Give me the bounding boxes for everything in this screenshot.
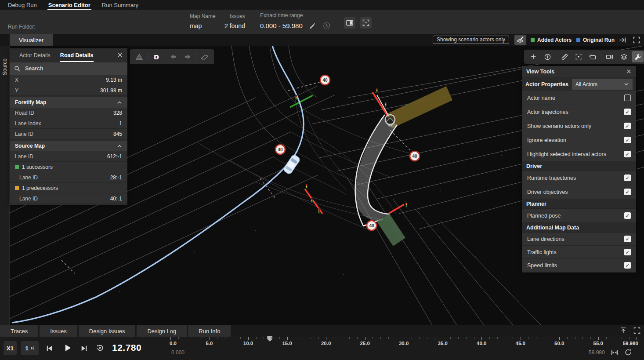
extract-time-range-label: Extract time range: [260, 12, 303, 18]
reset-range-icon[interactable]: [624, 348, 633, 357]
search-input[interactable]: [24, 65, 112, 72]
checkbox[interactable]: ✓: [624, 189, 631, 195]
tab-scenario-editor[interactable]: Scenario Editor: [48, 0, 90, 10]
successor-lane-id-row: Lane ID28:-1: [10, 172, 127, 183]
timeline-ruler[interactable]: 0.05.010.015.020.025.030.035.040.045.050…: [170, 337, 637, 348]
camera-reset-icon[interactable]: [587, 51, 598, 62]
checkbox[interactable]: ✓: [624, 212, 631, 219]
step-forward-icon: [30, 346, 35, 350]
option-actor-name[interactable]: Actor name: [522, 91, 636, 105]
skip-to-end-icon[interactable]: [80, 344, 88, 353]
checkbox[interactable]: ✓: [624, 137, 631, 143]
expand-up-icon[interactable]: [619, 327, 627, 335]
add-icon[interactable]: [528, 51, 539, 62]
header-bar: Run Folder: Map Name map Issues 2 found …: [0, 10, 644, 34]
skip-to-start-icon[interactable]: [45, 344, 54, 353]
option-actor-trajectories[interactable]: Actor trajectories✓: [522, 105, 636, 119]
coord-y-row: Y301.98 m: [10, 85, 127, 96]
added-actors-swatch: [531, 38, 535, 42]
add-target-icon[interactable]: [542, 51, 553, 62]
checkbox[interactable]: ✓: [624, 123, 631, 129]
triangle-icon[interactable]: [134, 51, 145, 62]
play-icon[interactable]: [63, 343, 72, 353]
layers-icon[interactable]: [618, 51, 630, 62]
road-id-row: Road ID328: [10, 108, 127, 118]
option-driver-objectives[interactable]: Driver objectives✓: [522, 185, 636, 199]
skip-to-end-icon[interactable]: [619, 36, 626, 44]
road-details-panel: Actor Details Road Details X9.13 m Y301.…: [10, 48, 127, 205]
checkbox[interactable]: ✓: [624, 175, 631, 181]
run-folder-label: Run Folder:: [8, 24, 36, 30]
lane-id-row: Lane ID845: [10, 129, 127, 139]
option-ignore-elevation[interactable]: Ignore elevation✓: [522, 133, 636, 147]
tab-design-log[interactable]: Design Log: [137, 325, 187, 337]
tab-debug-run[interactable]: Debug Run: [8, 0, 37, 10]
tab-source[interactable]: Source: [0, 49, 10, 84]
fit-range-icon[interactable]: [611, 349, 619, 356]
range-min-label: 0.000: [170, 349, 185, 356]
tab-traces[interactable]: Traces: [0, 325, 38, 337]
map-name-value: map: [190, 22, 202, 29]
predecessors-row[interactable]: 1 predecessors: [10, 183, 127, 193]
history-clock-icon[interactable]: [322, 22, 331, 30]
tab-run-info[interactable]: Run Info: [188, 325, 231, 337]
issues-value: 2 found: [224, 22, 245, 29]
close-icon[interactable]: [626, 69, 632, 74]
prev-arrow-icon[interactable]: [168, 51, 179, 62]
tab-run-summary[interactable]: Run Summary: [102, 0, 138, 10]
scenario-actors-badge: Showing scenario actors only: [433, 36, 509, 44]
focus-icon[interactable]: [573, 51, 584, 62]
additional-map-data-section-header: Additional Map Data: [522, 223, 636, 233]
checkbox[interactable]: [624, 95, 631, 101]
wrench-icon[interactable]: [632, 51, 644, 62]
replay-loop-icon[interactable]: [95, 343, 105, 353]
ruler-icon[interactable]: [559, 51, 570, 62]
checkbox[interactable]: ✓: [624, 236, 631, 242]
playback-bar: X1 1 12.780 0.05.010.015.020.025.030.035…: [0, 337, 644, 360]
svg-text:40: 40: [278, 147, 283, 152]
panel-toggle-icon[interactable]: [344, 17, 355, 29]
actor-properties-select[interactable]: All Actors: [572, 79, 633, 90]
edit-pencil-icon[interactable]: [308, 22, 316, 30]
edit-visibility-icon[interactable]: [514, 35, 526, 45]
close-icon[interactable]: [117, 52, 123, 58]
foretify-map-section-header[interactable]: Foretify Map: [10, 97, 127, 108]
tab-visualizer[interactable]: Visualizer: [10, 34, 53, 46]
checkbox[interactable]: ✓: [624, 109, 631, 115]
playback-speed-button[interactable]: X1: [4, 341, 17, 355]
successors-swatch: [15, 165, 19, 169]
option-traffic-lights[interactable]: Traffic lights✓: [522, 246, 636, 259]
fullscreen-icon[interactable]: [633, 327, 641, 335]
step-button[interactable]: 1: [21, 341, 39, 355]
issues-label: Issues: [230, 13, 245, 19]
road-details-tabs: Actor Details Road Details: [10, 48, 127, 62]
checkbox[interactable]: ✓: [624, 249, 631, 255]
tab-actor-details[interactable]: Actor Details: [19, 48, 51, 62]
source-map-section-header[interactable]: Source Map: [10, 141, 127, 151]
extract-region-icon[interactable]: [360, 17, 372, 29]
top-tab-bar: Debug Run Scenario Editor Run Summary: [0, 0, 644, 10]
option-planned-pose[interactable]: Planned pose✓: [522, 209, 636, 223]
map-toolbar: [524, 50, 644, 64]
tab-road-details[interactable]: Road Details: [60, 48, 94, 62]
ramp-icon[interactable]: [199, 51, 210, 62]
video-camera-icon[interactable]: [604, 51, 615, 62]
svg-text:40: 40: [322, 78, 328, 83]
option-speed-limits[interactable]: Speed limits✓: [522, 259, 636, 272]
d-mode-button[interactable]: D: [151, 51, 162, 62]
source-lane-id-row: Lane ID612:-1: [10, 151, 127, 162]
checkbox[interactable]: ✓: [624, 151, 631, 157]
option-highlight-selected-interval-actors[interactable]: Highlight selected interval actors✓: [522, 147, 636, 161]
tab-design-issues[interactable]: Design Issues: [79, 325, 136, 337]
option-lane-directions[interactable]: Lane directions✓: [522, 233, 636, 246]
fullscreen-icon[interactable]: [633, 36, 640, 44]
planner-section-header: Planner: [522, 199, 636, 209]
option-show-scenario-actors-only[interactable]: Show scenario actors only✓: [522, 119, 636, 133]
search-icon: [14, 65, 21, 72]
checkbox[interactable]: ✓: [624, 262, 631, 269]
coord-x-row: X9.13 m: [10, 75, 127, 85]
option-runtime-trajectories[interactable]: Runtime trajectories✓: [522, 171, 636, 185]
successors-row[interactable]: 1 successors: [10, 162, 127, 172]
tab-issues[interactable]: Issues: [40, 325, 77, 337]
next-arrow-icon[interactable]: [182, 51, 193, 62]
